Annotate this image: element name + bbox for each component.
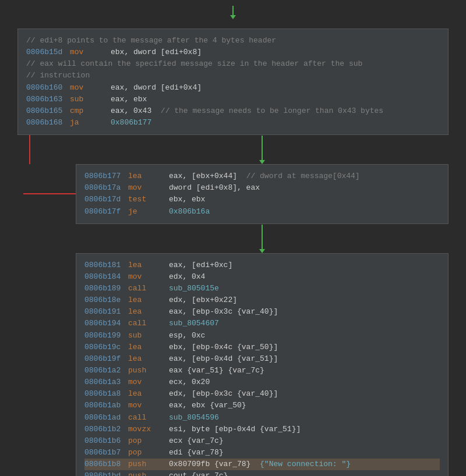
code-line-0806b1bd: 0806b1bd push cout {var_7c} <box>84 470 440 476</box>
code-line-0806b181: 0806b181 lea eax, [edi+0xc] <box>84 260 440 271</box>
code-line-0806b1a3: 0806b1a3 mov ecx, 0x20 <box>84 376 440 388</box>
code-line-0806b17f: 0806b17f je 0x806b16a <box>84 206 440 218</box>
comment-line-2: // eax will contain the specified messag… <box>26 58 440 70</box>
panel-2-wrapper: 0806b177 lea eax, [ebx+0x44] // dword at… <box>76 164 449 224</box>
code-line-0806b160: 0806b160 mov eax, dword [edi+0x4] <box>26 82 440 94</box>
code-line-0806b184: 0806b184 mov edx, 0x4 <box>84 271 440 283</box>
code-line-0806b1b2: 0806b1b2 movzx esi, byte [ebp-0x4d {var_… <box>84 424 440 435</box>
panel-3-wrapper: 0806b181 lea eax, [edi+0xc] 0806b184 mov… <box>76 253 449 476</box>
code-line-0806b163: 0806b163 sub eax, ebx <box>26 94 440 105</box>
code-line-0806b194: 0806b194 call sub_8054607 <box>84 318 440 329</box>
code-line-0806b17a: 0806b17a mov dword [edi+0x8], eax <box>84 182 440 194</box>
code-line-0806b19c: 0806b19c lea ebx, [ebp-0x4c {var_50}] <box>84 342 440 353</box>
comment-line-1: // edi+8 points to the message after the… <box>26 35 440 47</box>
code-line-0806b1a8: 0806b1a8 lea edx, [ebp-0x3c {var_40}] <box>84 388 440 400</box>
code-line-0806b15d: 0806b15d mov ebx, dword [edi+0x8] <box>26 47 440 58</box>
code-panel-1: // edi+8 points to the message after the… <box>17 29 449 135</box>
code-line-0806b191: 0806b191 lea eax, [ebp-0x3c {var_40}] <box>84 306 440 318</box>
code-line-0806b1b7: 0806b1b7 pop edi {var_78} <box>84 447 440 459</box>
comment-line-3: // instruction <box>26 70 440 81</box>
main-container: // edi+8 points to the message after the… <box>0 0 466 476</box>
code-line-0806b17d: 0806b17d test ebx, ebx <box>84 194 440 205</box>
code-line-0806b1b8-highlighted: 0806b1b8 push 0x80709fb {var_78} {"New c… <box>84 459 440 470</box>
code-panel-3: 0806b181 lea eax, [edi+0xc] 0806b184 mov… <box>76 253 449 476</box>
code-line-0806b1ab: 0806b1ab mov eax, ebx {var_50} <box>84 400 440 411</box>
code-panel-2: 0806b177 lea eax, [ebx+0x44] // dword at… <box>76 164 449 224</box>
code-line-0806b18e: 0806b18e lea edx, [ebx+0x22] <box>84 294 440 306</box>
code-line-0806b189: 0806b189 call sub_805015e <box>84 283 440 294</box>
code-line-0806b19f: 0806b19f lea eax, [ebp-0x4d {var_51}] <box>84 353 440 365</box>
code-line-0806b199: 0806b199 sub esp, 0xc <box>84 330 440 342</box>
code-line-0806b165: 0806b165 cmp eax, 0x43 // the message ne… <box>26 105 440 117</box>
code-line-0806b1ad: 0806b1ad call sub_8054596 <box>84 412 440 424</box>
connector-2-3 <box>17 224 449 253</box>
connector-1-2 <box>17 135 449 164</box>
code-line-0806b1a2: 0806b1a2 push eax {var_51} {var_7c} <box>84 365 440 376</box>
code-line-0806b168: 0806b168 ja 0x806b177 <box>26 117 440 129</box>
code-line-0806b1b6: 0806b1b6 pop ecx {var_7c} <box>84 435 440 447</box>
code-line-0806b177: 0806b177 lea eax, [ebx+0x44] // dword at… <box>84 170 440 182</box>
